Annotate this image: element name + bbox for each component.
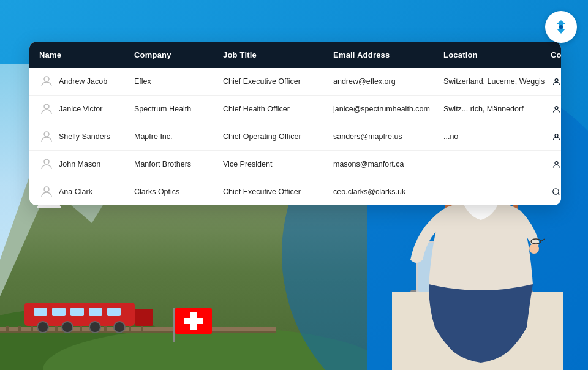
svg-point-48 bbox=[44, 132, 49, 137]
svg-point-50 bbox=[44, 159, 49, 164]
table-row: Ana Clark Clarks Optics Chief Executive … bbox=[29, 178, 561, 205]
cell-company-5: Clarks Optics bbox=[134, 187, 223, 196]
person-icon-4[interactable] bbox=[551, 159, 561, 170]
cell-name-5: Ana Clark bbox=[39, 184, 134, 199]
cell-name-1: Andrew Jacob bbox=[39, 74, 134, 89]
cell-company-1: Eflex bbox=[134, 77, 223, 86]
table-row: John Mason Manfort Brothers Vice Preside… bbox=[29, 151, 561, 178]
cell-location-3: ...no bbox=[443, 132, 551, 141]
header-company: Company bbox=[134, 50, 223, 59]
contacts-table-card: Name Company Job Title Email Address Loc… bbox=[29, 42, 561, 205]
avatar-icon-2 bbox=[39, 102, 54, 116]
cell-email-3: sanders@mapfre.us bbox=[333, 132, 443, 141]
cell-jobtitle-4: Vice President bbox=[223, 160, 333, 168]
svg-rect-21 bbox=[141, 326, 143, 333]
svg-rect-11 bbox=[18, 326, 21, 333]
company-logo bbox=[545, 11, 577, 43]
cell-email-1: andrew@eflex.org bbox=[333, 77, 443, 86]
table-row: Janice Victor Spectrum Health Chief Heal… bbox=[29, 96, 561, 123]
cell-contact-5: @ in bbox=[551, 186, 561, 197]
cell-contact-2: @ in bbox=[551, 104, 561, 115]
avatar-icon-4 bbox=[39, 157, 54, 172]
svg-rect-14 bbox=[55, 326, 58, 333]
svg-point-53 bbox=[553, 189, 559, 194]
logo-icon bbox=[552, 18, 570, 36]
cell-jobtitle-2: Chief Health Officer bbox=[223, 105, 333, 113]
svg-rect-18 bbox=[104, 326, 107, 333]
svg-point-52 bbox=[44, 187, 49, 192]
avatar-icon-1 bbox=[39, 74, 54, 89]
svg-rect-20 bbox=[129, 326, 131, 333]
svg-point-46 bbox=[44, 104, 49, 109]
svg-point-45 bbox=[555, 78, 558, 81]
svg-rect-26 bbox=[70, 308, 84, 316]
cell-name-4: John Mason bbox=[39, 157, 134, 172]
cell-email-5: ceo.clarks@clarks.uk bbox=[333, 187, 443, 196]
header-location: Location bbox=[443, 50, 551, 59]
table-row: Shelly Sanders Mapfre Inc. Chief Operati… bbox=[29, 123, 561, 151]
cell-location-2: Switz... rich, Männedorf bbox=[443, 105, 551, 113]
cell-email-2: janice@spectrumhealth.com bbox=[333, 105, 443, 113]
svg-point-44 bbox=[44, 77, 49, 81]
svg-point-32 bbox=[114, 322, 125, 333]
svg-rect-27 bbox=[89, 308, 102, 316]
svg-rect-12 bbox=[31, 326, 33, 333]
svg-rect-16 bbox=[80, 326, 82, 333]
avatar-icon-5 bbox=[39, 184, 54, 199]
avatar-icon-3 bbox=[39, 129, 54, 144]
svg-line-41 bbox=[541, 239, 545, 241]
svg-point-30 bbox=[62, 322, 73, 333]
cell-jobtitle-5: Chief Executive Officer bbox=[223, 187, 333, 196]
cell-jobtitle-1: Chief Executive Officer bbox=[223, 77, 333, 86]
cell-name-3: Shelly Sanders bbox=[39, 129, 134, 144]
svg-point-49 bbox=[555, 134, 558, 137]
svg-rect-28 bbox=[107, 308, 121, 316]
cell-jobtitle-3: Chief Operating Officer bbox=[223, 132, 333, 141]
cell-contact-3: @ in bbox=[551, 131, 561, 142]
header-name: Name bbox=[39, 50, 134, 59]
cell-email-4: masons@manfort.ca bbox=[333, 160, 443, 168]
cell-contact-4: @ in bbox=[551, 159, 561, 170]
person-icon-2[interactable] bbox=[551, 104, 561, 115]
header-email: Email Address bbox=[333, 50, 443, 59]
cell-contact-1: @ in bbox=[551, 76, 561, 87]
svg-point-31 bbox=[89, 322, 100, 333]
svg-point-29 bbox=[37, 322, 48, 333]
header-contact: Contact bbox=[551, 50, 561, 59]
cell-company-3: Mapfre Inc. bbox=[134, 132, 223, 141]
header-job-title: Job Title bbox=[223, 50, 333, 59]
svg-point-39 bbox=[529, 244, 539, 254]
table-row: Andrew Jacob Eflex Chief Executive Offic… bbox=[29, 68, 561, 96]
svg-point-51 bbox=[555, 161, 558, 164]
search-icon-5[interactable] bbox=[551, 186, 561, 197]
cell-name-2: Janice Victor bbox=[39, 102, 134, 116]
svg-rect-10 bbox=[6, 326, 9, 333]
svg-rect-24 bbox=[34, 308, 47, 316]
svg-rect-23 bbox=[135, 309, 153, 326]
cell-company-2: Spectrum Health bbox=[134, 105, 223, 113]
cell-location-1: Switzerland, Lucerne, Weggis bbox=[443, 77, 551, 86]
svg-rect-25 bbox=[52, 308, 66, 316]
table-body: Andrew Jacob Eflex Chief Executive Offic… bbox=[29, 68, 561, 205]
table-header: Name Company Job Title Email Address Loc… bbox=[29, 42, 561, 68]
svg-point-47 bbox=[555, 106, 558, 109]
cell-company-4: Manfort Brothers bbox=[134, 160, 223, 168]
person-icon-1[interactable] bbox=[551, 76, 561, 87]
person-icon-3[interactable] bbox=[551, 131, 561, 142]
svg-point-43 bbox=[559, 25, 563, 29]
swiss-flag bbox=[172, 308, 211, 336]
